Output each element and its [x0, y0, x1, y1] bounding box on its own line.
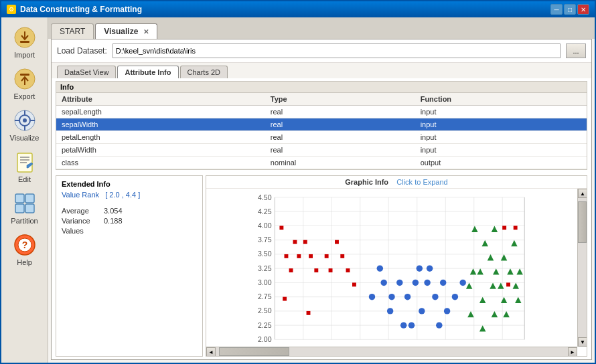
svg-rect-20: [15, 204, 24, 213]
table-row[interactable]: sepalWidthrealinput: [56, 118, 587, 131]
chart-scrollbar-horizontal[interactable]: ◄ ►: [206, 347, 577, 356]
col-type: Type: [265, 93, 415, 106]
main-panel: Load Dataset: ... DataSet View Attribute…: [51, 39, 592, 360]
svg-marker-102: [477, 268, 483, 274]
table-row[interactable]: classnominaloutput: [56, 157, 587, 169]
scroll-thumb-v[interactable]: [578, 201, 587, 243]
svg-text:4.00: 4.00: [258, 221, 272, 230]
sub-tab-charts-2d[interactable]: Charts 2D: [180, 66, 228, 78]
svg-marker-115: [516, 268, 522, 274]
chart-scrollbar-vertical[interactable]: ▲ ▼: [577, 189, 587, 347]
values-field: Values: [62, 227, 197, 235]
svg-rect-66: [329, 268, 333, 272]
app-icon: ⚙: [7, 5, 16, 14]
scroll-down-button[interactable]: ▼: [578, 337, 587, 347]
svg-text:2.50: 2.50: [258, 306, 272, 314]
maximize-button[interactable]: □: [564, 4, 576, 15]
dataset-label: Load Dataset:: [57, 46, 107, 56]
svg-point-95: [427, 265, 433, 271]
sidebar-item-import[interactable]: Import: [5, 23, 45, 62]
svg-marker-110: [467, 311, 473, 317]
import-label: Import: [14, 51, 35, 59]
svg-rect-58: [293, 240, 297, 244]
svg-rect-61: [289, 268, 293, 272]
graphic-info-panel[interactable]: Graphic Info Click to Expand: [206, 175, 587, 357]
svg-point-81: [417, 265, 423, 271]
tab-start[interactable]: START: [51, 23, 94, 39]
sidebar-item-partition[interactable]: Partition: [5, 189, 45, 227]
svg-text:4.50: 4.50: [258, 193, 272, 201]
svg-text:3.50: 3.50: [258, 250, 272, 258]
svg-rect-73: [502, 225, 506, 230]
table-row[interactable]: sepalLengthrealinput: [56, 106, 587, 118]
svg-rect-57: [279, 225, 283, 230]
sub-tab-attribute-info[interactable]: Attribute Info: [117, 66, 178, 78]
tab-close-icon[interactable]: ✕: [143, 28, 149, 35]
value-rank-row: Value Rank [ 2.0 , 4.4 ]: [62, 191, 197, 199]
svg-marker-112: [492, 311, 498, 317]
tab-bar: START Visualize ✕: [48, 17, 595, 39]
scroll-thumb-h[interactable]: [219, 347, 289, 356]
svg-point-86: [377, 265, 383, 271]
extended-info-panel: Extended Info Value Rank [ 2.0 , 4.4 ] A…: [56, 175, 203, 357]
svg-rect-68: [340, 254, 344, 258]
edit-label: Edit: [18, 175, 31, 183]
svg-point-85: [444, 308, 450, 314]
svg-text:3.00: 3.00: [258, 278, 272, 286]
svg-text:3.25: 3.25: [258, 264, 272, 272]
svg-point-78: [396, 280, 402, 286]
scroll-right-button[interactable]: ►: [568, 347, 577, 356]
export-icon: [13, 67, 37, 91]
table-row[interactable]: petalWidthrealinput: [56, 144, 587, 157]
svg-rect-71: [283, 297, 287, 301]
title-bar: ⚙ Data Constructing & Formatting ─ □ ✕: [1, 1, 595, 17]
import-icon: [13, 25, 37, 50]
svg-marker-116: [470, 268, 476, 274]
svg-rect-62: [303, 240, 307, 244]
svg-text:2.00: 2.00: [258, 335, 272, 343]
svg-point-89: [419, 308, 425, 314]
close-button[interactable]: ✕: [577, 4, 589, 15]
svg-point-83: [432, 294, 438, 300]
svg-text:2.25: 2.25: [258, 321, 272, 329]
svg-marker-106: [479, 297, 486, 303]
partition-icon: [13, 191, 37, 215]
content-area: START Visualize ✕ Load Dataset: ...: [48, 17, 595, 363]
tab-visualize[interactable]: Visualize ✕: [95, 23, 157, 39]
svg-rect-65: [325, 254, 329, 258]
svg-point-8: [23, 118, 27, 122]
svg-rect-5: [20, 74, 29, 76]
svg-marker-113: [503, 311, 509, 317]
svg-rect-2: [20, 41, 29, 43]
scroll-left-button[interactable]: ◄: [206, 347, 216, 356]
main-window: ⚙ Data Constructing & Formatting ─ □ ✕: [0, 0, 596, 364]
sidebar-item-edit[interactable]: Edit: [5, 147, 45, 186]
sub-tab-dataset-view[interactable]: DataSet View: [57, 66, 116, 78]
svg-point-84: [440, 280, 446, 286]
sidebar-item-visualize[interactable]: Visualize: [5, 106, 45, 145]
svg-rect-70: [352, 282, 356, 286]
col-attribute: Attribute: [56, 93, 265, 106]
visualize-icon: [13, 108, 37, 132]
svg-rect-59: [297, 254, 301, 258]
svg-point-93: [408, 322, 415, 328]
sidebar-item-help[interactable]: ? Help: [5, 230, 45, 269]
sidebar-item-export[interactable]: Export: [5, 64, 45, 103]
svg-marker-101: [466, 282, 472, 288]
svg-marker-97: [482, 240, 488, 246]
svg-marker-111: [479, 325, 486, 331]
svg-marker-114: [515, 297, 521, 303]
click-to-expand[interactable]: Click to Expand: [396, 178, 447, 186]
svg-marker-117: [493, 268, 499, 274]
minimize-button[interactable]: ─: [550, 4, 563, 15]
info-group: Info Attribute Type Function sepalLength: [56, 81, 587, 170]
scroll-up-button[interactable]: ▲: [578, 189, 587, 198]
svg-point-80: [413, 280, 419, 286]
dataset-input[interactable]: [113, 43, 561, 58]
table-row[interactable]: petalLengthrealinput: [56, 131, 587, 144]
sidebar: Import Export: [1, 17, 48, 363]
svg-text:3.75: 3.75: [258, 236, 272, 244]
partition-label: Partition: [11, 217, 38, 225]
dataset-browse-button[interactable]: ...: [566, 43, 586, 58]
help-label: Help: [17, 258, 32, 266]
